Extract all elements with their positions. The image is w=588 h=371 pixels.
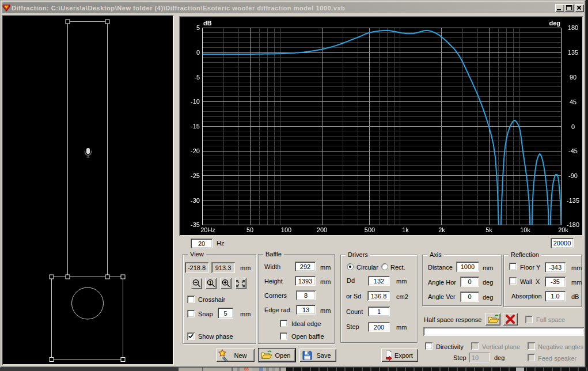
svg-text:1: 1 <box>208 280 211 286</box>
